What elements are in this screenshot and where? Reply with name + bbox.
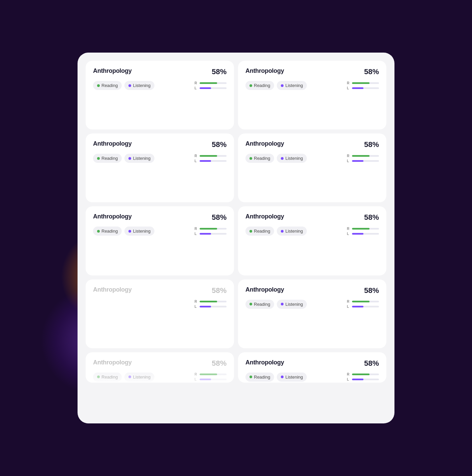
- listening-progress-fill: [352, 160, 363, 162]
- progress-bars: R L: [195, 81, 227, 90]
- listening-progress-row: L: [195, 305, 227, 308]
- listening-badge[interactable]: Listening: [277, 227, 307, 236]
- subject-card-5[interactable]: Anthropology 58% Reading Listening R: [86, 206, 234, 275]
- card-percentage: 58%: [364, 213, 379, 222]
- reading-progress-row: R: [195, 154, 227, 158]
- reading-progress-track: [200, 228, 227, 230]
- card-header: Anthropology 58%: [245, 213, 379, 222]
- reading-dot: [249, 157, 252, 160]
- listening-label: Listening: [133, 83, 150, 88]
- listening-progress-label: L: [347, 378, 350, 381]
- listening-badge[interactable]: Listening: [124, 154, 154, 163]
- reading-badge[interactable]: Reading: [245, 373, 274, 382]
- card-percentage: 58%: [212, 213, 227, 222]
- reading-label: Reading: [101, 229, 118, 234]
- reading-label: Reading: [101, 156, 118, 161]
- reading-progress-fill: [200, 374, 217, 375]
- progress-bars: R L: [195, 300, 227, 308]
- listening-badge[interactable]: Listening: [124, 227, 154, 236]
- card-body: Reading Listening R L: [245, 81, 379, 90]
- reading-progress-fill: [352, 374, 370, 375]
- reading-progress-track: [352, 228, 379, 230]
- reading-progress-label: R: [195, 81, 198, 85]
- card-body: Reading Listening R L: [245, 373, 379, 382]
- card-percentage: 58%: [364, 140, 379, 149]
- subject-card-7[interactable]: Anthropology 58% R L: [86, 279, 234, 348]
- listening-dot: [128, 376, 131, 378]
- listening-progress-fill: [200, 379, 211, 380]
- reading-badge[interactable]: Reading: [245, 300, 274, 309]
- listening-progress-fill: [352, 379, 363, 380]
- card-body: Reading Listening R L: [245, 227, 379, 236]
- card-percentage: 58%: [212, 140, 227, 149]
- listening-badge[interactable]: Listening: [124, 81, 154, 90]
- subject-card-10[interactable]: Anthropology 58% Reading Listening R: [238, 352, 386, 383]
- progress-bars: R L: [195, 227, 227, 236]
- listening-progress-label: L: [195, 159, 198, 163]
- reading-progress-track: [200, 301, 227, 302]
- reading-progress-fill: [200, 301, 217, 302]
- subject-card-2[interactable]: Anthropology 58% Reading Listening R: [238, 61, 386, 129]
- listening-badge[interactable]: Listening: [124, 373, 154, 382]
- reading-badge[interactable]: Reading: [93, 81, 122, 90]
- reading-label: Reading: [254, 229, 270, 234]
- listening-progress-track: [352, 306, 379, 307]
- listening-progress-fill: [352, 87, 363, 89]
- card-percentage: 58%: [212, 359, 227, 368]
- listening-dot: [281, 303, 284, 305]
- reading-progress-track: [352, 374, 379, 375]
- reading-progress-row: R: [347, 81, 379, 85]
- progress-bars: R L: [195, 373, 227, 381]
- listening-progress-label: L: [347, 159, 350, 163]
- progress-bars: R L: [347, 81, 379, 90]
- listening-progress-track: [200, 87, 227, 89]
- listening-progress-row: L: [347, 305, 379, 308]
- subject-card-8[interactable]: Anthropology 58% Reading Listening R: [238, 279, 386, 348]
- cards-grid: Anthropology 58% Reading Listening R: [86, 61, 386, 415]
- reading-badge[interactable]: Reading: [93, 227, 122, 236]
- listening-dot: [128, 230, 131, 233]
- listening-badge[interactable]: Listening: [277, 154, 307, 163]
- listening-progress-label: L: [195, 305, 198, 308]
- listening-progress-row: L: [195, 232, 227, 236]
- card-title: Anthropology: [245, 213, 284, 220]
- reading-progress-track: [200, 374, 227, 375]
- listening-progress-track: [200, 379, 227, 380]
- listening-label: Listening: [133, 156, 150, 161]
- card-body: Reading Listening R L: [93, 154, 227, 163]
- reading-badge[interactable]: Reading: [93, 373, 122, 382]
- card-title: Anthropology: [245, 67, 284, 75]
- reading-progress-row: R: [195, 373, 227, 376]
- listening-progress-row: L: [195, 378, 227, 381]
- card-title: Anthropology: [93, 140, 131, 147]
- subject-card-1[interactable]: Anthropology 58% Reading Listening R: [86, 61, 234, 129]
- listening-progress-label: L: [195, 86, 198, 90]
- listening-badge[interactable]: Listening: [277, 81, 307, 90]
- listening-progress-track: [352, 233, 379, 235]
- subject-card-4[interactable]: Anthropology 58% Reading Listening R: [238, 133, 386, 202]
- listening-badge[interactable]: Listening: [277, 373, 307, 382]
- listening-progress-fill: [352, 233, 363, 235]
- progress-bars: R L: [347, 373, 379, 381]
- reading-progress-track: [352, 82, 379, 84]
- subject-card-3[interactable]: Anthropology 58% Reading Listening R: [86, 133, 234, 202]
- reading-badge[interactable]: Reading: [93, 154, 122, 163]
- reading-badge[interactable]: Reading: [245, 227, 274, 236]
- card-percentage: 58%: [364, 67, 379, 76]
- reading-progress-row: R: [347, 373, 379, 376]
- card-percentage: 58%: [212, 67, 227, 76]
- badges-container: Reading Listening: [245, 373, 307, 382]
- listening-dot: [128, 84, 131, 87]
- fade-overlay: [86, 328, 234, 348]
- reading-badge[interactable]: Reading: [245, 81, 274, 90]
- subject-card-6[interactable]: Anthropology 58% Reading Listening R: [238, 206, 386, 275]
- listening-badge[interactable]: Listening: [277, 300, 307, 309]
- badges-container: Reading Listening: [93, 227, 154, 236]
- reading-badge[interactable]: Reading: [245, 154, 274, 163]
- reading-progress-label: R: [347, 373, 350, 376]
- reading-progress-label: R: [195, 154, 198, 158]
- listening-progress-fill: [200, 233, 211, 235]
- subject-card-9[interactable]: Anthropology 58% Reading Listening R: [86, 352, 234, 383]
- reading-dot: [249, 230, 252, 233]
- listening-progress-label: L: [347, 305, 350, 308]
